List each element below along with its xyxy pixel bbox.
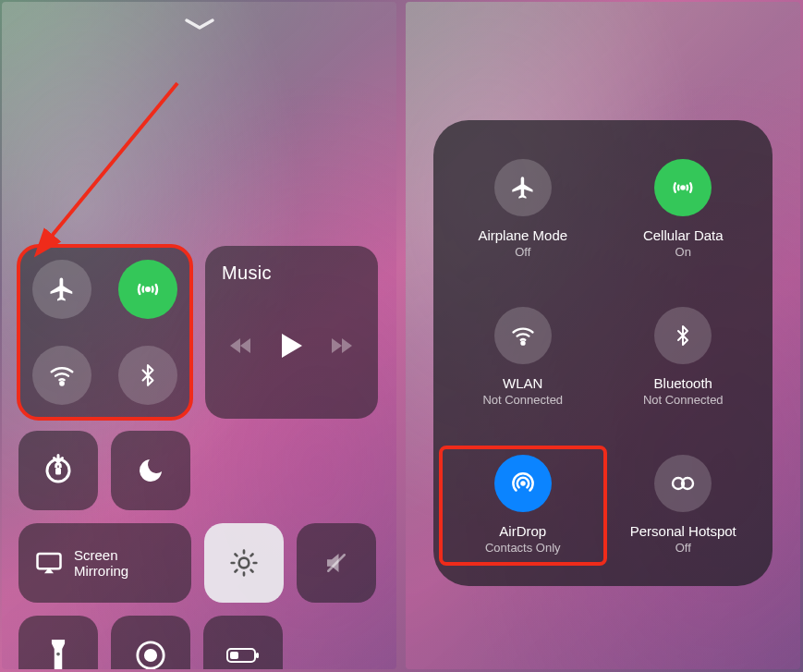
- screen-mirroring-button[interactable]: Screen Mirroring: [18, 523, 191, 603]
- low-power-toggle[interactable]: [203, 616, 283, 669]
- svg-point-15: [520, 481, 526, 486]
- svg-point-13: [682, 186, 685, 189]
- next-track-icon[interactable]: [330, 336, 356, 355]
- svg-point-2: [60, 382, 63, 385]
- airplane-mode-item[interactable]: Airplane Mode Off: [443, 153, 603, 266]
- airplane-label: Airplane Mode: [478, 227, 567, 243]
- svg-point-1: [147, 287, 151, 291]
- control-center-panel: Music Screen Mirroring: [2, 2, 396, 669]
- airplane-status: Off: [515, 245, 530, 259]
- airplane-icon: [494, 159, 552, 216]
- close-chevron-icon[interactable]: [183, 17, 216, 31]
- personal-hotspot-item[interactable]: Personal Hotspot Off: [603, 449, 764, 562]
- svg-point-6: [239, 558, 249, 568]
- svg-line-0: [48, 83, 177, 240]
- wifi-toggle[interactable]: [32, 346, 91, 405]
- previous-track-icon[interactable]: [228, 336, 254, 355]
- svg-point-7: [56, 653, 60, 656]
- airdrop-label: AirDrop: [499, 523, 546, 539]
- brightness-slider[interactable]: [204, 523, 284, 603]
- rotation-lock-toggle[interactable]: [18, 431, 98, 510]
- flashlight-toggle[interactable]: [18, 616, 98, 669]
- bluetooth-item[interactable]: Bluetooth Not Connected: [603, 301, 764, 414]
- svg-rect-5: [38, 554, 61, 568]
- brightness-icon: [229, 548, 259, 578]
- cellular-data-item[interactable]: Cellular Data On: [603, 153, 764, 266]
- music-title: Music: [222, 263, 361, 284]
- cellular-label: Cellular Data: [643, 227, 724, 243]
- hotspot-icon: [654, 455, 712, 512]
- connectivity-card: Airplane Mode Off Cellular Data On WLAN …: [433, 120, 773, 586]
- connectivity-module[interactable]: [18, 246, 191, 419]
- wlan-item[interactable]: WLAN Not Connected: [443, 301, 603, 414]
- mute-icon: [321, 549, 352, 577]
- svg-point-9: [145, 650, 155, 660]
- battery-icon: [225, 646, 261, 665]
- annotation-arrow: [30, 74, 187, 259]
- bluetooth-status: Not Connected: [643, 393, 724, 407]
- cellular-status: On: [675, 245, 691, 259]
- screen-record-button[interactable]: [111, 616, 190, 669]
- play-icon[interactable]: [280, 332, 304, 360]
- wlan-label: WLAN: [503, 375, 542, 391]
- cellular-antenna-icon: [654, 159, 712, 216]
- airdrop-icon: [494, 455, 552, 512]
- bluetooth-label: Bluetooth: [654, 375, 712, 391]
- wlan-status: Not Connected: [482, 393, 563, 407]
- svg-rect-4: [55, 468, 61, 475]
- bluetooth-toggle[interactable]: [118, 346, 177, 405]
- flashlight-icon: [49, 640, 67, 669]
- music-module[interactable]: Music: [205, 246, 378, 419]
- airplane-mode-toggle[interactable]: [32, 260, 91, 319]
- cellular-data-toggle[interactable]: [118, 260, 177, 319]
- airplay-icon: [35, 551, 63, 575]
- mute-toggle[interactable]: [297, 523, 376, 603]
- record-icon: [135, 640, 166, 669]
- airdrop-item[interactable]: AirDrop Contacts Only: [443, 449, 603, 562]
- hotspot-label: Personal Hotspot: [630, 523, 736, 539]
- svg-rect-12: [230, 652, 238, 659]
- svg-point-14: [521, 342, 524, 345]
- wifi-icon: [494, 307, 552, 364]
- screen-mirroring-label: Screen Mirroring: [74, 547, 128, 580]
- do-not-disturb-toggle[interactable]: [111, 431, 190, 510]
- hotspot-status: Off: [675, 541, 691, 555]
- bluetooth-icon: [654, 307, 712, 364]
- airdrop-status: Contacts Only: [485, 541, 561, 555]
- svg-rect-11: [256, 653, 259, 658]
- connectivity-expanded-panel: Airplane Mode Off Cellular Data On WLAN …: [406, 2, 800, 669]
